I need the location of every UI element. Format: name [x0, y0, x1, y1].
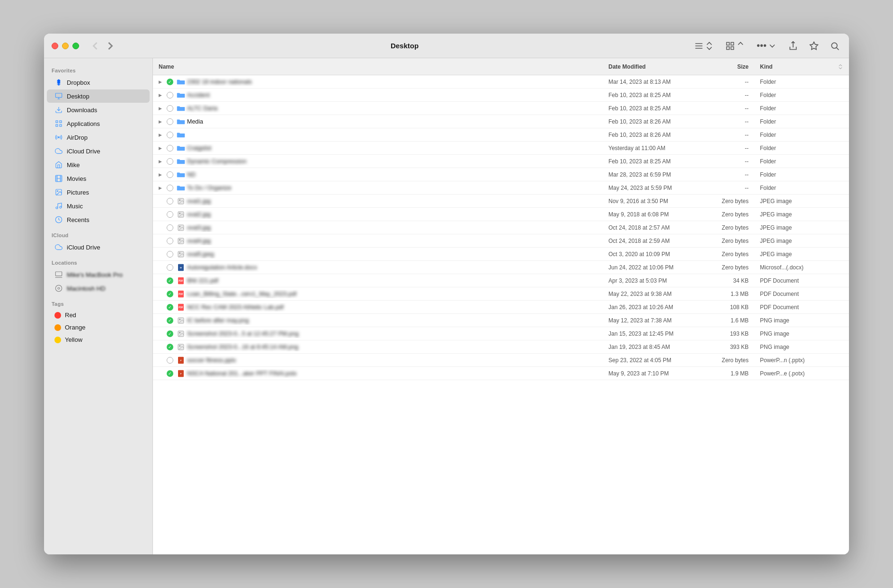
chevron-icon[interactable]: ▶	[157, 118, 163, 125]
back-button[interactable]	[89, 39, 102, 53]
chevron-icon[interactable]: ▶	[157, 158, 163, 165]
file-status	[165, 264, 175, 271]
sidebar-item-macintosh-hd[interactable]: Macintosh HD	[47, 282, 150, 295]
sidebar-item-movies[interactable]: Movies	[47, 172, 150, 185]
file-type-icon	[177, 104, 185, 113]
file-kind-cell: Folder	[754, 92, 849, 98]
chevron-icon[interactable]: ▶	[157, 185, 163, 191]
sidebar-item-desktop[interactable]: Desktop	[47, 89, 150, 103]
table-row[interactable]: oval3.jpg Oct 24, 2018 at 2:57 AM Zero b…	[153, 221, 849, 234]
col-name-header[interactable]: Name	[153, 63, 603, 70]
sidebar-item-airdrop[interactable]: AirDrop	[47, 131, 150, 144]
col-kind-header[interactable]: Kind	[754, 63, 849, 70]
svg-text:W: W	[180, 267, 182, 269]
file-name-cell: ✓ Screenshot 2023-0...5 at 12:45:27 PM.p…	[153, 330, 603, 338]
sidebar-item-dropbox[interactable]: Dropbox	[47, 76, 150, 89]
file-status	[165, 238, 175, 244]
table-row[interactable]: oval2.jpg May 9, 2018 at 6:08 PM Zero by…	[153, 208, 849, 221]
red-tag-dot	[54, 312, 61, 319]
status-circle-icon	[167, 105, 173, 112]
sidebar-item-mike[interactable]: Mike	[47, 158, 150, 171]
table-row[interactable]: oval1.jpg Nov 9, 2016 at 3:50 PM Zero by…	[153, 195, 849, 208]
desktop-label: Desktop	[67, 93, 89, 100]
file-name-cell: ✓ PDF NCC Rec CAM 2023 Athletic Lab.pdf	[153, 303, 603, 312]
file-name-cell: oval5.jpeg	[153, 250, 603, 258]
table-row[interactable]: P soccer fitness.pptx Sep 23, 2022 at 4:…	[153, 354, 849, 367]
svg-rect-4	[731, 42, 734, 45]
chevron-icon[interactable]: ▶	[157, 92, 163, 98]
table-row[interactable]: ✓ IC before after may.png May 12, 2023 a…	[153, 314, 849, 327]
table-row[interactable]: ✓ P NSCA National 201...aker PPT FINAl.p…	[153, 367, 849, 380]
chevron-icon[interactable]: ▶	[157, 105, 163, 112]
sidebar-item-applications[interactable]: Applications	[47, 117, 150, 130]
sidebar-item-downloads[interactable]: Downloads	[47, 103, 150, 116]
sidebar-item-tag-red[interactable]: Red	[47, 309, 150, 321]
close-button[interactable]	[52, 43, 58, 49]
file-size-cell: 193 KB	[707, 330, 754, 337]
favorites-header: Favorites	[44, 62, 152, 75]
col-date-header[interactable]: Date Modified	[603, 63, 707, 70]
table-row[interactable]: ▶ ND Mar 28, 2023 at 6:59 PM -- Folder	[153, 168, 849, 181]
minimize-button[interactable]	[62, 43, 69, 49]
table-row[interactable]: ▶ Craigslist Yesterday at 11:00 AM -- Fo…	[153, 142, 849, 155]
file-kind-cell: JPEG image	[754, 224, 849, 231]
file-name-text: Dynamic Compression	[187, 158, 247, 165]
chevron-icon[interactable]: ▶	[157, 171, 163, 178]
file-name-cell: ✓ PDF Loan_Billing_State...cerv1_May_202…	[153, 290, 603, 298]
forward-button[interactable]	[104, 39, 117, 53]
table-row[interactable]: ▶ ALTC Daria Feb 10, 2023 at 8:25 AM -- …	[153, 102, 849, 115]
table-row[interactable]: W Autoregulation Article.docx Jun 24, 20…	[153, 261, 849, 274]
file-kind-cell: JPEG image	[754, 211, 849, 218]
table-row[interactable]: ✓ PDF Loan_Billing_State...cerv1_May_202…	[153, 287, 849, 301]
file-name-text: soccer fitness.pptx	[187, 357, 236, 364]
table-row[interactable]: ▶ To Do / Organize May 24, 2023 at 5:59 …	[153, 181, 849, 195]
list-view-button[interactable]	[692, 39, 716, 53]
sidebar-item-icloud-drive[interactable]: iCloud Drive	[47, 144, 150, 158]
icloud-icon2	[54, 243, 63, 251]
sidebar-item-tag-yellow[interactable]: Yellow	[47, 334, 150, 346]
svg-rect-16	[60, 121, 62, 123]
share-button[interactable]	[786, 39, 800, 53]
sidebar-item-music[interactable]: Music	[47, 199, 150, 213]
sidebar-item-tag-orange[interactable]: Orange	[47, 321, 150, 333]
status-circle-icon	[167, 357, 173, 364]
svg-point-52	[179, 345, 180, 346]
table-row[interactable]: ✓ PDF BNI 221.pdf Apr 3, 2023 at 5:03 PM…	[153, 274, 849, 287]
table-row[interactable]: ▶ Accident Feb 10, 2023 at 8:25 AM -- Fo…	[153, 89, 849, 102]
status-circle-icon	[167, 251, 173, 258]
table-row[interactable]: ▶ Dynamic Compression Feb 10, 2023 at 8:…	[153, 155, 849, 168]
file-status	[165, 132, 175, 138]
table-row[interactable]: oval5.jpeg Oct 3, 2020 at 10:09 PM Zero …	[153, 248, 849, 261]
table-row[interactable]: ✓ PDF NCC Rec CAM 2023 Athletic Lab.pdf …	[153, 301, 849, 314]
chevron-icon[interactable]: ▶	[157, 145, 163, 151]
status-check-icon: ✓	[167, 330, 173, 337]
sidebar-item-macbook[interactable]: Mike's MacBook Pro	[47, 268, 150, 281]
col-size-header[interactable]: Size	[707, 63, 754, 70]
file-name-text: Media	[187, 118, 203, 125]
table-row[interactable]: ▶ ✓ 2302 18 indoor nationals Mar 14, 202…	[153, 75, 849, 89]
table-row[interactable]: ✓ Screenshot 2023-0...5 at 12:45:27 PM.p…	[153, 327, 849, 340]
table-row[interactable]: ✓ Screenshot 2023-0...16 at 8:45:14 AM.p…	[153, 340, 849, 354]
chevron-icon[interactable]: ▶	[157, 79, 163, 85]
file-date-cell: Feb 10, 2023 at 8:25 AM	[603, 158, 707, 165]
maximize-button[interactable]	[72, 43, 79, 49]
file-type-icon	[177, 210, 185, 219]
grid-view-button[interactable]	[723, 39, 747, 53]
table-row[interactable]: oval4.jpg Oct 24, 2018 at 2:59 AM Zero b…	[153, 234, 849, 248]
more-options-button[interactable]: •••	[755, 38, 779, 53]
status-check-icon: ✓	[167, 344, 173, 350]
chevron-icon[interactable]: ▶	[157, 132, 163, 138]
sidebar-item-pictures[interactable]: Pictures	[47, 186, 150, 199]
file-kind-cell: PNG image	[754, 317, 849, 324]
search-button[interactable]	[828, 39, 841, 53]
title-bar: Desktop •••	[44, 34, 849, 58]
table-row[interactable]: ▶ Media Feb 10, 2023 at 8:26 AM -- Folde…	[153, 115, 849, 128]
sidebar-item-recents[interactable]: Recents	[47, 213, 150, 226]
file-type-icon	[177, 250, 185, 258]
sidebar-item-icloud-drive2[interactable]: iCloud Drive	[47, 241, 150, 254]
file-name-cell: ✓ IC before after may.png	[153, 316, 603, 325]
table-row[interactable]: ▶ Feb 10, 2023 at 8:26 AM -- Folder	[153, 128, 849, 142]
tag-button[interactable]	[807, 39, 821, 53]
file-size-cell: --	[707, 92, 754, 98]
file-kind-cell: Microsof...(.docx)	[754, 264, 849, 271]
